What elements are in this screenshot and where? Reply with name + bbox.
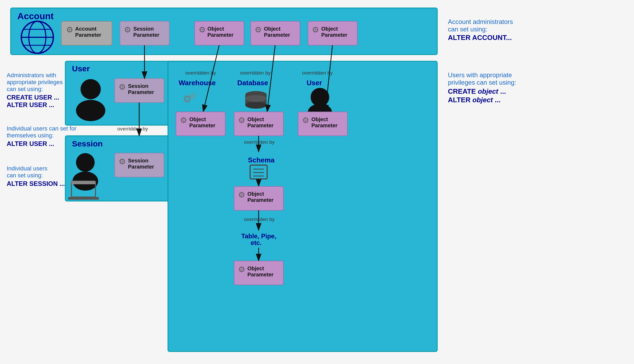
- users-cmd2: ALTER object ...: [448, 96, 500, 104]
- schema-obj-text2: Parameter: [247, 197, 274, 203]
- account-obj3-gear: ⚙: [312, 25, 319, 34]
- user-obj-gear: ⚙: [302, 116, 309, 125]
- db-obj-gear: ⚙: [238, 116, 245, 125]
- account-session-text1: Session: [133, 26, 154, 32]
- schema-overridden-label: overridden by: [244, 139, 275, 145]
- account-label: Account: [17, 11, 54, 21]
- warehouse-gear2: ⚙: [189, 92, 196, 100]
- db-mid: [245, 95, 267, 102]
- db-obj-text2: Parameter: [247, 122, 274, 128]
- table-obj-gear: ⚙: [238, 265, 245, 274]
- account-obj1-gear: ⚙: [199, 25, 206, 34]
- account-obj2-gear: ⚙: [255, 25, 262, 34]
- objects-big-box: [168, 61, 437, 351]
- account-session-param-gear: ⚙: [124, 25, 131, 34]
- session-cmd: ALTER SESSION ...: [7, 180, 65, 187]
- database-label: Database: [237, 79, 268, 87]
- user-col-label: User: [307, 79, 322, 87]
- account-obj1-text1: Object: [207, 26, 224, 32]
- table-overridden-label: overridden by: [244, 216, 275, 222]
- user-session-text1: Session: [128, 83, 149, 89]
- admin-note-line2: appropriate privileges: [7, 79, 63, 85]
- session-person-head: [76, 153, 95, 172]
- user-session-param-gear: ⚙: [119, 83, 126, 91]
- admin-note-line3: can set using:: [7, 86, 43, 92]
- admin-cmd1: CREATE USER ...: [7, 94, 59, 101]
- db-bottom: [245, 102, 267, 109]
- user-col-overridden-label: overridden by: [302, 70, 333, 76]
- indiv-note-line1: Individual users can set for: [7, 125, 77, 132]
- session-param-gear: ⚙: [119, 157, 126, 166]
- session-note-line1: Individual users: [7, 165, 47, 172]
- admin-note-line1: Administrators with: [7, 72, 56, 79]
- session-note-line2: can set using:: [7, 172, 43, 179]
- db-obj-text1: Object: [247, 116, 264, 122]
- account-param-gear: ⚙: [66, 25, 73, 34]
- account-obj2-text1: Object: [264, 26, 281, 32]
- main-diagram: Account ⚙ Account Parameter ⚙ Session Pa…: [0, 0, 634, 364]
- user-overridden-label: overridden by: [117, 126, 148, 132]
- account-admin-note-line2: can set using:: [448, 26, 487, 33]
- warehouse-overridden-label: overridden by: [185, 70, 216, 76]
- schema-obj-text1: Object: [247, 191, 264, 197]
- account-obj3-text1: Object: [321, 26, 338, 32]
- table-obj-text1: Object: [247, 265, 264, 271]
- schema-obj-gear: ⚙: [238, 190, 245, 199]
- account-param-text2: Parameter: [75, 32, 101, 38]
- user-person-head: [81, 79, 101, 99]
- account-admin-command: ALTER ACCOUNT...: [448, 34, 512, 42]
- account-obj3-text2: Parameter: [321, 32, 347, 38]
- indiv-note-line2: themselves using:: [7, 132, 54, 139]
- table-label: Table, Pipe,: [241, 232, 276, 240]
- warehouse-obj-text1: Object: [189, 116, 206, 122]
- laptop-top: [71, 181, 95, 184]
- session-param-text1: Session: [128, 158, 149, 163]
- account-param-text1: Account: [75, 26, 97, 32]
- user-obj-text2: Parameter: [311, 122, 338, 128]
- admin-cmd2: ALTER USER ...: [7, 101, 54, 108]
- schema-label: Schema: [248, 156, 275, 164]
- account-obj1-text2: Parameter: [207, 32, 234, 38]
- users-note-line1: Users with appropriate: [448, 71, 512, 79]
- account-obj2-text2: Parameter: [264, 32, 290, 38]
- table-label2: etc.: [251, 239, 262, 246]
- warehouse-obj-text2: Parameter: [189, 122, 215, 128]
- table-obj-text2: Parameter: [247, 272, 274, 277]
- database-overridden-label: overridden by: [240, 70, 271, 76]
- warehouse-obj-gear: ⚙: [180, 116, 187, 125]
- laptop-base: [68, 197, 99, 200]
- user-person-body: [76, 100, 105, 121]
- users-cmd1: CREATE object ...: [448, 87, 506, 95]
- indiv-cmd: ALTER USER ...: [7, 140, 54, 147]
- user-session-text2: Parameter: [128, 89, 154, 95]
- user-obj-text1: Object: [311, 116, 328, 122]
- users-note-line2: privileges can set using:: [448, 79, 516, 86]
- session-param-text2: Parameter: [128, 164, 154, 170]
- user-box-label: User: [72, 64, 90, 73]
- account-admin-note-line1: Account administrators: [448, 18, 513, 25]
- session-box-label: Session: [72, 139, 103, 148]
- account-session-text2: Parameter: [133, 32, 159, 38]
